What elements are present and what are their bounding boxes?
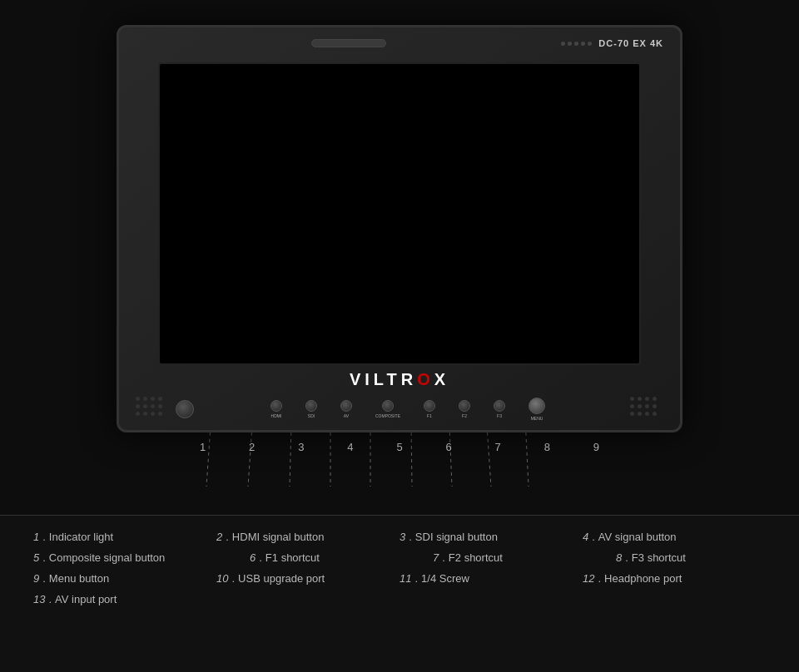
legend-num-10: 10 [216, 572, 228, 585]
legend-text-7: F2 shortcut [449, 551, 503, 564]
legend-num-5: 5 [33, 551, 39, 564]
legend-num-9: 9 [33, 572, 39, 585]
btn-circle [305, 400, 317, 412]
btn-circle [459, 400, 470, 412]
info-section: 1 . Indicator light 2 . HDMI signal butt… [0, 516, 799, 672]
legend-text-4: AV signal button [598, 531, 677, 543]
brand-label: VILTROX [350, 370, 449, 388]
monitor-body: DC-70 EX 4K VILTROX [117, 25, 682, 432]
monitor-top-center-bar [311, 39, 386, 47]
brand-o: O [417, 370, 434, 388]
legend-text-6: F1 shortcut [266, 551, 320, 564]
legend-dot-10: . [231, 572, 235, 585]
legend-item-9: 9 . Menu button [33, 572, 216, 585]
legend-item-1: 1 . Indicator light [33, 531, 216, 543]
monitor-section: DC-70 EX 4K VILTROX [0, 0, 799, 516]
legend-item-6: 6 . F1 shortcut [250, 551, 433, 564]
legend-text-3: SDI signal button [415, 531, 498, 543]
legend-num-1: 1 [33, 531, 39, 543]
monitor-top-dots [561, 42, 592, 46]
num-1: 1 [200, 441, 206, 453]
num-9: 9 [593, 441, 599, 453]
legend-num-8: 8 [616, 551, 622, 564]
legend-dot-1: . [42, 531, 46, 543]
legend-item-8: 8 . F3 shortcut [616, 551, 799, 564]
dot [561, 42, 565, 46]
speaker-left [136, 397, 169, 422]
btn-circle [424, 400, 435, 412]
legend-item-2: 2 . HDMI signal button [216, 531, 400, 543]
button-menu[interactable]: MENU [529, 398, 545, 421]
legend-text-11: 1/4 Screw [421, 572, 469, 585]
legend-dot-3: . [409, 531, 412, 543]
legend-dot-11: . [414, 572, 418, 585]
num-2: 2 [249, 441, 255, 453]
numbers-row: 1 2 3 4 5 6 7 8 9 [200, 441, 599, 453]
legend-item-4: 4 . AV signal button [583, 531, 766, 543]
button-hdmi[interactable]: HDMI [270, 400, 282, 418]
buttons-row: HDMI SDI AV COMPOSITE [270, 398, 545, 421]
dot [588, 42, 592, 46]
num-6: 6 [445, 441, 451, 453]
legend-num-12: 12 [583, 572, 594, 585]
monitor-screen [158, 62, 641, 365]
button-f2[interactable]: F2 [459, 400, 470, 418]
dot [568, 42, 572, 46]
legend-num-7: 7 [433, 551, 439, 564]
legend-num-2: 2 [216, 531, 222, 543]
legend-item-12: 12 . Headphone port [583, 572, 766, 585]
monitor-top-bar: DC-70 EX 4K [119, 34, 680, 52]
num-8: 8 [544, 441, 550, 453]
num-5: 5 [396, 441, 402, 453]
legend-dot-4: . [592, 531, 595, 543]
brand-area: VILTROX [350, 370, 449, 389]
legend-row-4: 13 . AV input port [33, 593, 766, 605]
dot [574, 42, 578, 46]
button-sdi[interactable]: SDI [305, 400, 317, 418]
legend-num-4: 4 [583, 531, 588, 543]
legend-text-8: F3 shortcut [632, 551, 686, 564]
legend-item-5: 5 . Composite signal button [33, 551, 250, 564]
btn-circle [382, 400, 394, 412]
speaker-right [630, 397, 663, 422]
legend-dot-8: . [625, 551, 628, 564]
indicator-knob [176, 400, 194, 418]
legend-row-3: 9 . Menu button 10 . USB upgrade port 11… [33, 572, 766, 585]
monitor-bottom-bar: HDMI SDI AV COMPOSITE [119, 389, 680, 430]
num-4: 4 [347, 441, 353, 453]
legend-text-2: HDMI signal button [232, 531, 325, 543]
legend-dot-2: . [226, 531, 229, 543]
button-f1[interactable]: F1 [424, 400, 435, 418]
legend-text-5: Composite signal button [49, 551, 165, 564]
legend-item-13: 13 . AV input port [33, 593, 216, 605]
monitor-wrapper: DC-70 EX 4K VILTROX [108, 25, 691, 491]
btn-circle-menu [529, 398, 545, 414]
legend-dot-5: . [42, 551, 46, 564]
model-label: DC-70 EX 4K [598, 38, 663, 48]
legend-item-10: 10 . USB upgrade port [216, 572, 400, 585]
button-composite[interactable]: COMPOSITE [375, 400, 400, 418]
num-7: 7 [495, 441, 501, 453]
legend-text-10: USB upgrade port [238, 572, 325, 585]
btn-circle [494, 400, 505, 412]
legend-num-11: 11 [400, 572, 411, 585]
legend-text-13: AV input port [55, 593, 117, 605]
button-f3[interactable]: F3 [494, 400, 505, 418]
legend-dot-9: . [42, 572, 46, 585]
button-av[interactable]: AV [340, 400, 352, 418]
legend-dot-7: . [442, 551, 445, 564]
legend-row-1: 1 . Indicator light 2 . HDMI signal butt… [33, 531, 766, 543]
legend-item-3: 3 . SDI signal button [400, 531, 583, 543]
legend-item-11: 11 . 1/4 Screw [400, 572, 583, 585]
dot [581, 42, 585, 46]
num-3: 3 [298, 441, 304, 453]
legend-dot-6: . [259, 551, 262, 564]
legend-dot-13: . [48, 593, 52, 605]
legend-text-1: Indicator light [49, 531, 113, 543]
legend-num-6: 6 [250, 551, 256, 564]
btn-circle [340, 400, 352, 412]
legend-dot-12: . [598, 572, 601, 585]
legend-num-13: 13 [33, 593, 45, 605]
btn-circle [270, 400, 282, 412]
legend-num-3: 3 [400, 531, 405, 543]
